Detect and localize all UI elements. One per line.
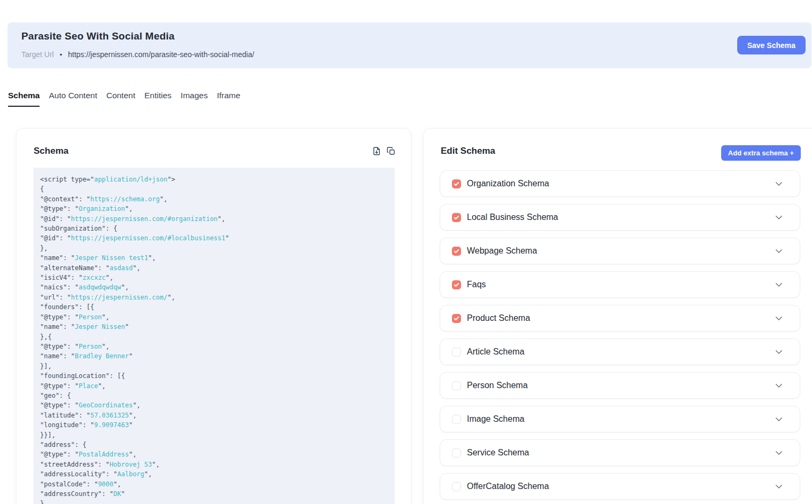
code-line: }], xyxy=(40,361,388,371)
code-line: "naics": "asdqwdqwdqw", xyxy=(40,282,388,292)
chevron-down-icon[interactable] xyxy=(774,246,784,256)
code-line: "foundingLocation": [{ xyxy=(40,371,388,381)
schema-item-label: Faqs xyxy=(467,280,486,289)
chevron-down-icon[interactable] xyxy=(774,482,784,491)
schema-item-image-schema[interactable]: Image Schema xyxy=(440,406,800,432)
tab-bar: SchemaAuto ContentContentEntitiesImagesI… xyxy=(8,91,240,107)
code-line: "@type": "GeoCoordinates", xyxy=(40,400,388,410)
chevron-down-icon[interactable] xyxy=(774,414,784,424)
tab-auto-content[interactable]: Auto Content xyxy=(49,91,97,107)
code-line: "@type": "Person", xyxy=(40,312,388,322)
chevron-down-icon[interactable] xyxy=(774,313,784,323)
code-line: "latitude": "57.0361325", xyxy=(40,411,388,420)
check-icon xyxy=(454,316,459,321)
schema-type-list: Organization SchemaLocal Business Schema… xyxy=(440,170,800,504)
code-line: "@type": "Place", xyxy=(40,381,388,391)
schema-item-label: Organization Schema xyxy=(467,179,549,188)
code-line: "alternateName": "asdasd", xyxy=(40,263,388,273)
target-url-row: Target Url • https://jespernissen.com/pa… xyxy=(21,50,254,59)
schema-item-label: Person Schema xyxy=(467,381,528,390)
tab-images[interactable]: Images xyxy=(181,91,208,107)
target-url: https://jespernissen.com/parasite-seo-wi… xyxy=(68,50,254,59)
download-icon[interactable] xyxy=(372,146,381,156)
bullet-separator: • xyxy=(60,51,63,59)
schema-item-organization-schema[interactable]: Organization Schema xyxy=(440,170,800,197)
tab-iframe[interactable]: Iframe xyxy=(217,91,240,107)
chevron-down-icon[interactable] xyxy=(774,381,784,390)
add-extra-schema-button[interactable]: Add extra schema + xyxy=(721,145,801,161)
code-line: "@id": "https://jespernissen.com/#localb… xyxy=(40,233,388,243)
schema-item-label: Local Business Schema xyxy=(467,212,558,222)
schema-item-label: OfferCatalog Schema xyxy=(467,482,549,491)
checkbox-checked[interactable] xyxy=(452,179,461,188)
code-line: }, xyxy=(40,499,388,504)
code-line: }}], xyxy=(40,430,388,440)
page-title: Parasite Seo With Social Media xyxy=(21,30,175,42)
schema-item-label: Product Schema xyxy=(467,313,530,323)
save-schema-button[interactable]: Save Schema xyxy=(737,36,806,54)
tab-content[interactable]: Content xyxy=(106,91,135,107)
code-line: }, xyxy=(40,243,388,253)
copy-icon[interactable] xyxy=(386,146,396,156)
check-icon xyxy=(454,248,459,254)
schema-code-block: <script type="application/ld+json">{"@co… xyxy=(34,168,395,504)
schema-item-person-schema[interactable]: Person Schema xyxy=(440,372,800,399)
app-root: Parasite Seo With Social Media Target Ur… xyxy=(0,0,812,504)
chevron-down-icon[interactable] xyxy=(774,347,784,357)
code-line: "name": "Bradley Benner" xyxy=(40,351,388,361)
checkbox-checked[interactable] xyxy=(452,213,461,222)
schema-item-article-schema[interactable]: Article Schema xyxy=(440,338,800,365)
schema-item-label: Image Schema xyxy=(467,414,525,424)
code-line: "@type": "Person", xyxy=(40,342,388,351)
chevron-down-icon[interactable] xyxy=(774,280,784,289)
checkbox-unchecked[interactable] xyxy=(452,415,461,424)
code-line: "geo": { xyxy=(40,391,388,400)
chevron-down-icon[interactable] xyxy=(774,212,784,222)
code-line: "subOrganization": { xyxy=(40,224,388,233)
check-icon xyxy=(454,181,459,187)
edit-schema-title: Edit Schema xyxy=(441,146,495,156)
code-line: "founders": [{ xyxy=(40,302,388,312)
code-line: "@context": "https://schema.org", xyxy=(40,194,388,204)
code-line: "url": "https://jespernissen.com/", xyxy=(40,293,388,302)
code-line: "streetAddress": "Hobrovej 53", xyxy=(40,460,388,469)
schema-item-local-business-schema[interactable]: Local Business Schema xyxy=(440,204,800,231)
check-icon xyxy=(454,215,459,220)
header-bar: Parasite Seo With Social Media Target Ur… xyxy=(7,22,811,68)
target-url-label: Target Url xyxy=(21,50,54,59)
code-line: { xyxy=(40,184,388,194)
code-line: "name": "Jesper Nissen test1", xyxy=(40,253,388,263)
checkbox-checked[interactable] xyxy=(452,314,461,323)
schema-item-service-schema[interactable]: Service Schema xyxy=(440,439,800,466)
checkbox-unchecked[interactable] xyxy=(452,381,461,390)
schema-item-offercatalog-schema[interactable]: OfferCatalog Schema xyxy=(440,473,800,500)
tab-schema[interactable]: Schema xyxy=(8,91,40,107)
schema-panel: Schema <script type="application/ld+json… xyxy=(16,128,411,504)
checkbox-unchecked[interactable] xyxy=(452,482,461,491)
code-line: <script type="application/ld+json"> xyxy=(40,175,388,184)
schema-panel-title: Schema xyxy=(34,146,68,156)
checkbox-unchecked[interactable] xyxy=(452,348,461,357)
chevron-down-icon[interactable] xyxy=(774,179,784,188)
code-line: "longitude": "9.9097463" xyxy=(40,420,388,430)
code-line: "@type": "Organization", xyxy=(40,204,388,214)
schema-item-webpage-schema[interactable]: Webpage Schema xyxy=(440,238,800,264)
checkbox-checked[interactable] xyxy=(452,247,461,256)
checkbox-checked[interactable] xyxy=(452,280,461,289)
tab-entities[interactable]: Entities xyxy=(144,91,171,107)
code-line: "addressLocality": "Aalborg", xyxy=(40,469,388,479)
check-icon xyxy=(454,282,459,288)
code-line: "name": "Jesper Nissen" xyxy=(40,322,388,332)
schema-panel-icons xyxy=(372,146,396,156)
chevron-down-icon[interactable] xyxy=(774,448,784,458)
code-line: "address": { xyxy=(40,440,388,450)
schema-item-label: Webpage Schema xyxy=(467,246,537,256)
checkbox-unchecked[interactable] xyxy=(452,448,461,458)
code-line: "addressCountry": "DK" xyxy=(40,489,388,499)
code-line: "isicV4": "zxcxzc", xyxy=(40,273,388,282)
schema-item-product-schema[interactable]: Product Schema xyxy=(440,305,800,332)
code-line: "postalCode": "9000", xyxy=(40,479,388,489)
edit-schema-panel: Edit Schema Add extra schema + Organizat… xyxy=(423,128,812,504)
schema-item-faqs[interactable]: Faqs xyxy=(440,271,800,298)
schema-item-label: Article Schema xyxy=(467,347,525,357)
